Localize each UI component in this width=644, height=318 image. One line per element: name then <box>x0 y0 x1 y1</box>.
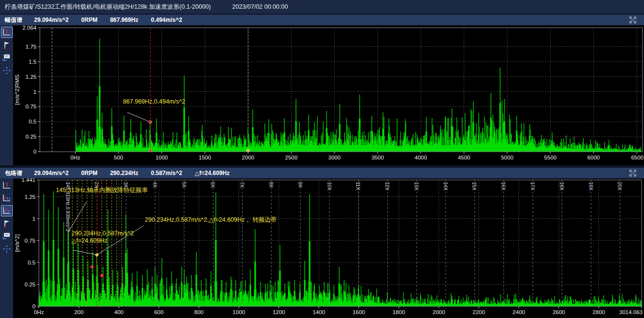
svg-text:600: 600 <box>154 309 163 315</box>
svg-text:1: 1 <box>34 89 36 95</box>
svg-text:1600: 1600 <box>352 309 365 315</box>
svg-text:1.25: 1.25 <box>25 194 35 200</box>
svg-text:3014.063: 3014.063 <box>619 309 643 315</box>
svg-text:1.5: 1.5 <box>29 59 36 65</box>
svg-text:0Hz: 0Hz <box>34 309 44 315</box>
svg-text:7X: 7X <box>239 182 244 188</box>
svg-text:2400: 2400 <box>513 309 525 315</box>
svg-text:0: 0 <box>33 303 35 309</box>
svg-text:10X: 10X <box>327 182 332 191</box>
svg-text:0.5: 0.5 <box>29 119 36 124</box>
svg-text:18X: 18X <box>559 182 564 191</box>
header-stat: 867.969Hz <box>110 17 138 23</box>
svg-text:1400: 1400 <box>313 309 325 315</box>
svg-text:1200: 1200 <box>273 309 285 315</box>
svg-text:290.234Hz,0.587m/s^2: 290.234Hz,0.587m/s^2 <box>71 230 134 237</box>
svg-text:867.969Hz,0.494m/s^2: 867.969Hz,0.494m/s^2 <box>123 98 185 105</box>
svg-text:2500: 2500 <box>285 155 298 160</box>
title-bar: 柠条塔煤矿/S1232工作面/转载机/电机驱动端2H/128k 加速度波形(0.… <box>0 0 644 14</box>
envelope-spectrum-panel: 包络谱 29.094m/s^20RPM290.234Hz0.587m/s^2△f… <box>0 168 644 318</box>
svg-text:[m/s^2]RMS: [m/s^2]RMS <box>14 74 20 105</box>
measurement-datetime: 2023/07/02 00:00:00 <box>232 3 288 10</box>
svg-text:2000: 2000 <box>433 309 445 315</box>
amplitude-spectrum-header: 幅值谱 29.094m/s^20RPM867.969Hz0.494m/s^2 <box>0 15 644 25</box>
svg-text:2.064: 2.064 <box>22 25 36 31</box>
svg-text:19X: 19X <box>588 182 593 191</box>
expand-icon[interactable] <box>628 16 637 24</box>
svg-text:1500: 1500 <box>199 155 211 160</box>
panel-title: 幅值谱 <box>5 16 22 24</box>
svg-text:5X: 5X <box>181 182 187 188</box>
envelope-spectrum-chart[interactable]: 145.313Hz,0.839m/s^22X3X4X5X6X7X8X9X10X1… <box>13 178 644 318</box>
svg-text:16X: 16X <box>501 182 506 191</box>
svg-text:1: 1 <box>33 216 35 222</box>
svg-text:290.234Hz,0.587m/s^2,△f=24.609: 290.234Hz,0.587m/s^2,△f=24.609Hz， 转频边带 <box>145 216 277 223</box>
header-stat: 0.494m/s^2 <box>151 17 182 23</box>
svg-text:200: 200 <box>74 309 84 315</box>
svg-text:1800: 1800 <box>393 309 405 315</box>
amplitude-spectrum-panel: 幅值谱 29.094m/s^20RPM867.969Hz0.494m/s^2 8… <box>0 15 644 165</box>
svg-text:5500: 5500 <box>544 155 557 160</box>
svg-text:20X: 20X <box>617 182 622 191</box>
svg-text:0Hz: 0Hz <box>70 155 81 160</box>
label-icon[interactable] <box>1 230 13 242</box>
chart-toolbar <box>0 178 13 318</box>
single-cursor-icon[interactable] <box>1 180 13 191</box>
svg-text:0.75: 0.75 <box>26 104 36 109</box>
label-icon[interactable] <box>1 52 13 63</box>
flag-icon[interactable] <box>1 218 13 229</box>
svg-text:3000: 3000 <box>328 155 341 160</box>
svg-text:[m/s^2]: [m/s^2] <box>14 234 20 252</box>
svg-text:8X: 8X <box>268 182 274 188</box>
amplitude-spectrum-chart[interactable]: 867.969Hz,0.494m/s^20Hz50010001500200025… <box>13 25 644 165</box>
svg-text:9X: 9X <box>297 182 303 188</box>
svg-text:6500: 6500 <box>631 155 644 160</box>
svg-text:14X: 14X <box>443 182 448 191</box>
svg-text:800: 800 <box>194 309 204 315</box>
move-icon[interactable] <box>1 65 13 76</box>
svg-text:0: 0 <box>34 149 36 155</box>
single-cursor-icon[interactable] <box>1 27 13 38</box>
svg-text:400: 400 <box>114 309 123 315</box>
svg-text:12X: 12X <box>384 182 390 191</box>
svg-text:145.313Hz,轴承内圈故障特征频率: 145.313Hz,轴承内圈故障特征频率 <box>56 187 148 194</box>
svg-text:3500: 3500 <box>371 155 384 160</box>
svg-text:△f=24.609Hz: △f=24.609Hz <box>71 237 107 244</box>
harmonic-cursor-icon[interactable] <box>1 193 13 204</box>
header-stat: 29.094m/s^2 <box>34 17 69 23</box>
header-stat: 290.234Hz <box>110 170 138 177</box>
svg-text:4000: 4000 <box>415 155 427 160</box>
svg-text:1.25: 1.25 <box>26 74 36 80</box>
svg-text:5000: 5000 <box>501 155 514 160</box>
header-stat: △f=24.609Hz <box>195 170 230 177</box>
svg-text:500: 500 <box>114 155 123 160</box>
envelope-spectrum-header: 包络谱 29.094m/s^20RPM290.234Hz0.587m/s^2△f… <box>0 168 644 178</box>
svg-text:1000: 1000 <box>233 309 245 315</box>
svg-text:1000: 1000 <box>156 155 168 160</box>
svg-text:2200: 2200 <box>472 309 485 315</box>
measurement-title: 柠条塔煤矿/S1232工作面/转载机/电机驱动端2H/128k 加速度波形(0.… <box>5 3 211 11</box>
svg-text:13X: 13X <box>414 182 419 191</box>
svg-text:1.75: 1.75 <box>26 44 36 50</box>
svg-text:11X: 11X <box>355 182 361 190</box>
svg-text:2600: 2600 <box>553 309 565 315</box>
svg-text:6X: 6X <box>210 182 215 188</box>
svg-text:2000: 2000 <box>242 155 255 160</box>
svg-text:4500: 4500 <box>458 155 470 160</box>
svg-text:0.75: 0.75 <box>25 238 35 244</box>
expand-icon[interactable] <box>628 169 637 177</box>
header-stat: 0.587m/s^2 <box>151 170 182 177</box>
flag-icon[interactable] <box>1 39 13 51</box>
header-stat: 0RPM <box>81 17 97 23</box>
svg-text:15X: 15X <box>471 182 477 191</box>
sideband-cursor-icon[interactable] <box>1 205 13 216</box>
svg-text:0.5: 0.5 <box>28 260 35 265</box>
move-icon[interactable] <box>1 243 13 254</box>
svg-text:0.25: 0.25 <box>26 134 36 140</box>
header-stats: 29.094m/s^20RPM290.234Hz0.587m/s^2△f=24.… <box>34 170 242 177</box>
svg-text:6000: 6000 <box>587 155 600 160</box>
chart-toolbar <box>0 25 13 165</box>
svg-text:0.25: 0.25 <box>25 282 35 287</box>
svg-text:2800: 2800 <box>592 309 605 315</box>
header-stats: 29.094m/s^20RPM867.969Hz0.494m/s^2 <box>34 17 195 23</box>
